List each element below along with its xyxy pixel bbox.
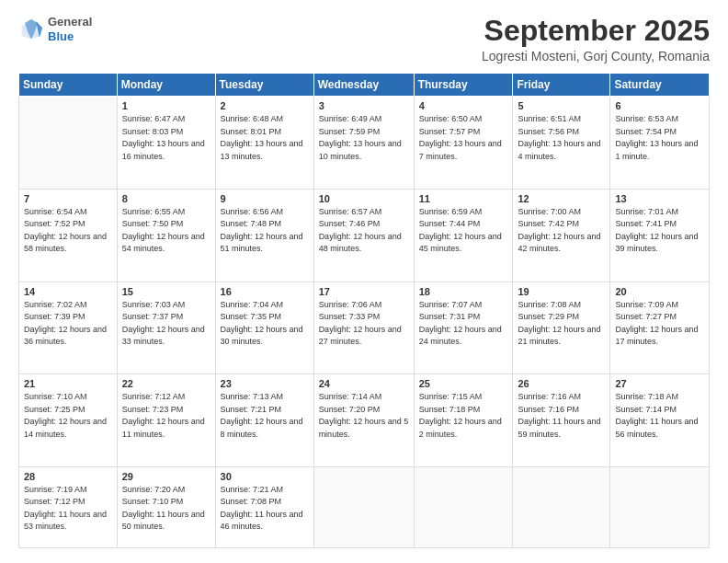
day-info: Sunrise: 6:57 AMSunset: 7:46 PMDaylight:…: [319, 206, 409, 256]
day-info: Sunrise: 7:16 AMSunset: 7:16 PMDaylight:…: [518, 391, 605, 441]
day-info: Sunrise: 7:13 AMSunset: 7:21 PMDaylight:…: [221, 391, 309, 441]
calendar-cell: [313, 466, 414, 547]
calendar-cell: 30Sunrise: 7:21 AMSunset: 7:08 PMDayligh…: [215, 466, 313, 547]
day-number: 30: [221, 471, 309, 482]
calendar-cell: 20Sunrise: 7:09 AMSunset: 7:27 PMDayligh…: [610, 282, 710, 374]
location: Logresti Mosteni, Gorj County, Romania: [482, 49, 710, 63]
day-info: Sunrise: 6:56 AMSunset: 7:48 PMDaylight:…: [221, 206, 309, 256]
day-number: 8: [122, 193, 210, 204]
day-number: 4: [419, 100, 508, 111]
day-number: 9: [221, 193, 309, 204]
weekday-header: Friday: [513, 74, 610, 97]
day-info: Sunrise: 7:20 AMSunset: 7:10 PMDaylight:…: [122, 484, 210, 534]
calendar-cell: [513, 466, 610, 547]
day-number: 23: [221, 378, 309, 389]
day-number: 21: [24, 378, 112, 389]
calendar-cell: 17Sunrise: 7:06 AMSunset: 7:33 PMDayligh…: [313, 282, 414, 374]
day-number: 29: [122, 471, 210, 482]
day-info: Sunrise: 6:51 AMSunset: 7:56 PMDaylight:…: [518, 113, 605, 163]
calendar-week-row: 7Sunrise: 6:54 AMSunset: 7:52 PMDaylight…: [19, 189, 710, 282]
day-info: Sunrise: 6:53 AMSunset: 7:54 PMDaylight:…: [615, 113, 704, 163]
day-info: Sunrise: 7:02 AMSunset: 7:39 PMDaylight:…: [24, 299, 112, 349]
day-number: 1: [122, 100, 210, 111]
calendar-cell: 7Sunrise: 6:54 AMSunset: 7:52 PMDaylight…: [19, 189, 118, 282]
day-info: Sunrise: 7:14 AMSunset: 7:20 PMDaylight:…: [319, 391, 409, 441]
day-number: 24: [319, 378, 409, 389]
calendar-cell: 3Sunrise: 6:49 AMSunset: 7:59 PMDaylight…: [313, 97, 414, 190]
calendar-page: General Blue September 2025 Logresti Mos…: [0, 0, 728, 563]
day-number: 22: [122, 378, 210, 389]
day-info: Sunrise: 7:12 AMSunset: 7:23 PMDaylight:…: [122, 391, 210, 441]
weekday-header: Wednesday: [313, 74, 414, 97]
day-info: Sunrise: 7:00 AMSunset: 7:42 PMDaylight:…: [518, 206, 605, 256]
day-info: Sunrise: 7:07 AMSunset: 7:31 PMDaylight:…: [419, 299, 508, 349]
calendar-cell: 1Sunrise: 6:47 AMSunset: 8:03 PMDaylight…: [117, 97, 215, 190]
calendar-week-row: 28Sunrise: 7:19 AMSunset: 7:12 PMDayligh…: [19, 466, 710, 547]
calendar-cell: 19Sunrise: 7:08 AMSunset: 7:29 PMDayligh…: [513, 282, 610, 374]
title-block: September 2025 Logresti Mosteni, Gorj Co…: [482, 15, 710, 63]
calendar-cell: 18Sunrise: 7:07 AMSunset: 7:31 PMDayligh…: [414, 282, 513, 374]
calendar-cell: 2Sunrise: 6:48 AMSunset: 8:01 PMDaylight…: [215, 97, 313, 190]
calendar-cell: 22Sunrise: 7:12 AMSunset: 7:23 PMDayligh…: [117, 374, 215, 467]
day-info: Sunrise: 6:55 AMSunset: 7:50 PMDaylight:…: [122, 206, 210, 256]
weekday-header: Tuesday: [215, 74, 313, 97]
day-number: 13: [615, 193, 704, 204]
weekday-header: Saturday: [610, 74, 710, 97]
calendar-cell: 4Sunrise: 6:50 AMSunset: 7:57 PMDaylight…: [414, 97, 513, 190]
day-info: Sunrise: 6:48 AMSunset: 8:01 PMDaylight:…: [221, 113, 309, 163]
logo: General Blue: [18, 15, 92, 43]
calendar-cell: 15Sunrise: 7:03 AMSunset: 7:37 PMDayligh…: [117, 282, 215, 374]
day-info: Sunrise: 6:59 AMSunset: 7:44 PMDaylight:…: [419, 206, 508, 256]
month-title: September 2025: [482, 15, 710, 47]
day-info: Sunrise: 7:15 AMSunset: 7:18 PMDaylight:…: [419, 391, 508, 441]
calendar-cell: 8Sunrise: 6:55 AMSunset: 7:50 PMDaylight…: [117, 189, 215, 282]
day-info: Sunrise: 7:08 AMSunset: 7:29 PMDaylight:…: [518, 299, 605, 349]
calendar-cell: 25Sunrise: 7:15 AMSunset: 7:18 PMDayligh…: [414, 374, 513, 467]
day-number: 18: [419, 286, 508, 297]
day-info: Sunrise: 7:04 AMSunset: 7:35 PMDaylight:…: [221, 299, 309, 349]
calendar-cell: 9Sunrise: 6:56 AMSunset: 7:48 PMDaylight…: [215, 189, 313, 282]
logo-text: General Blue: [48, 15, 92, 43]
day-info: Sunrise: 7:09 AMSunset: 7:27 PMDaylight:…: [615, 299, 704, 349]
day-info: Sunrise: 6:54 AMSunset: 7:52 PMDaylight:…: [24, 206, 112, 256]
calendar-cell: 6Sunrise: 6:53 AMSunset: 7:54 PMDaylight…: [610, 97, 710, 190]
day-number: 10: [319, 193, 409, 204]
day-number: 26: [518, 378, 605, 389]
day-number: 19: [518, 286, 605, 297]
day-number: 28: [24, 471, 112, 482]
calendar-cell: 16Sunrise: 7:04 AMSunset: 7:35 PMDayligh…: [215, 282, 313, 374]
logo-icon: [18, 17, 44, 42]
weekday-header: Monday: [117, 74, 215, 97]
day-info: Sunrise: 7:01 AMSunset: 7:41 PMDaylight:…: [615, 206, 704, 256]
calendar-cell: 28Sunrise: 7:19 AMSunset: 7:12 PMDayligh…: [19, 466, 118, 547]
calendar-cell: 29Sunrise: 7:20 AMSunset: 7:10 PMDayligh…: [117, 466, 215, 547]
calendar-cell: [610, 466, 710, 547]
calendar-cell: [19, 97, 118, 190]
calendar-cell: 13Sunrise: 7:01 AMSunset: 7:41 PMDayligh…: [610, 189, 710, 282]
day-info: Sunrise: 6:47 AMSunset: 8:03 PMDaylight:…: [122, 113, 210, 163]
calendar-week-row: 21Sunrise: 7:10 AMSunset: 7:25 PMDayligh…: [19, 374, 710, 467]
day-number: 11: [419, 193, 508, 204]
day-number: 16: [221, 286, 309, 297]
calendar-cell: 21Sunrise: 7:10 AMSunset: 7:25 PMDayligh…: [19, 374, 118, 467]
header: General Blue September 2025 Logresti Mos…: [18, 15, 710, 63]
calendar-header-row: SundayMondayTuesdayWednesdayThursdayFrid…: [19, 74, 710, 97]
weekday-header: Sunday: [19, 74, 118, 97]
day-number: 17: [319, 286, 409, 297]
day-info: Sunrise: 7:21 AMSunset: 7:08 PMDaylight:…: [221, 484, 309, 534]
day-number: 20: [615, 286, 704, 297]
day-info: Sunrise: 7:03 AMSunset: 7:37 PMDaylight:…: [122, 299, 210, 349]
day-info: Sunrise: 7:06 AMSunset: 7:33 PMDaylight:…: [319, 299, 409, 349]
calendar-table: SundayMondayTuesdayWednesdayThursdayFrid…: [18, 73, 710, 548]
day-number: 14: [24, 286, 112, 297]
calendar-cell: 24Sunrise: 7:14 AMSunset: 7:20 PMDayligh…: [313, 374, 414, 467]
day-number: 15: [122, 286, 210, 297]
calendar-cell: 14Sunrise: 7:02 AMSunset: 7:39 PMDayligh…: [19, 282, 118, 374]
calendar-week-row: 1Sunrise: 6:47 AMSunset: 8:03 PMDaylight…: [19, 97, 710, 190]
calendar-cell: 10Sunrise: 6:57 AMSunset: 7:46 PMDayligh…: [313, 189, 414, 282]
day-number: 2: [221, 100, 309, 111]
day-info: Sunrise: 6:50 AMSunset: 7:57 PMDaylight:…: [419, 113, 508, 163]
day-number: 27: [615, 378, 704, 389]
day-number: 7: [24, 193, 112, 204]
day-number: 25: [419, 378, 508, 389]
